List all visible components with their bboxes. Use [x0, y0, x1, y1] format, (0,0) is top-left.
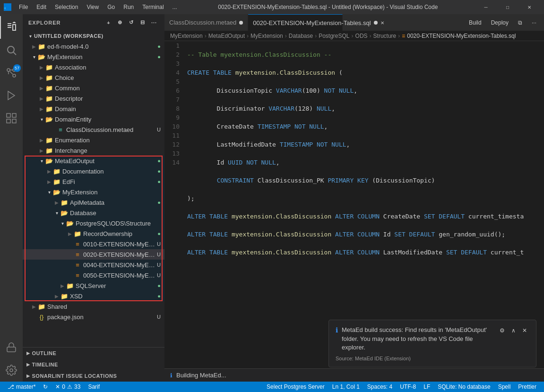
status-position[interactable]: Ln 1, Col 1 [328, 382, 363, 392]
tree-item-recordownership[interactable]: ▶ 📁 RecordOwnership ● [23, 228, 164, 239]
breadcrumb-postgresql[interactable]: PostgreSQL [319, 33, 349, 39]
new-file-button[interactable]: + [104, 18, 113, 27]
status-postgres[interactable]: Select Postgres Server [263, 382, 328, 392]
menu-terminal[interactable]: Terminal [138, 3, 167, 11]
status-branch[interactable]: ⎇ master* [4, 382, 39, 392]
menu-go[interactable]: Go [104, 3, 119, 11]
status-language[interactable]: SQLite: No database [434, 382, 494, 392]
tree-item-file0050[interactable]: ▶ ≡ 0050-EXTENSION-MyExtensio... U [23, 270, 164, 280]
file-sql-icon: ≡ [74, 271, 81, 279]
menu-run[interactable]: Run [120, 3, 138, 11]
breadcrumb-myextension[interactable]: MyExtension [170, 33, 203, 39]
tree-item-descriptor[interactable]: ▶ 📁 Descriptor [23, 93, 164, 104]
status-sync[interactable]: ↻ [39, 382, 52, 392]
activity-run[interactable] [0, 84, 23, 107]
tree-item-classdiscussion[interactable]: ▶ ≡ ClassDiscussion.metaed U [23, 124, 164, 135]
status-errors[interactable]: ✕ 0 ⚠ 33 [52, 382, 84, 392]
tree-label: EdFi [62, 178, 157, 185]
tree-item-metaedoutput[interactable]: ▾ 📂 MetaEdOutput ● [23, 156, 164, 166]
activity-remote[interactable] [0, 336, 23, 359]
maximize-button[interactable]: □ [497, 0, 518, 14]
breadcrumb-metaedoutput[interactable]: MetaEdOutput [208, 33, 245, 39]
tab-close-button[interactable]: ✕ [380, 19, 384, 26]
window-title: 0020-EXTENSION-MyExtension-Tables.sql - … [185, 4, 471, 10]
more-tabs-button[interactable]: ··· [528, 18, 540, 27]
refresh-button[interactable]: ↺ [127, 18, 136, 27]
status-spaces[interactable]: Spaces: 4 [363, 382, 396, 392]
tree-item-packagejson[interactable]: ▶ {} package.json U [23, 312, 164, 322]
tree-item-domainentity[interactable]: ▾ 📂 DomainEntity [23, 114, 164, 124]
breadcrumb-database[interactable]: Database [289, 33, 313, 39]
deploy-button[interactable]: Deploy [487, 18, 512, 27]
tree-item-association[interactable]: ▶ 📁 Association [23, 62, 164, 72]
notification-text: MetaEd build success: Find results in 'M… [342, 326, 493, 352]
status-line-ending[interactable]: LF [420, 382, 434, 392]
menu-file[interactable]: File [15, 3, 32, 11]
building-bar: ℹ Building MetaEd... [164, 368, 544, 382]
status-encoding[interactable]: UTF-8 [396, 382, 420, 392]
tree-item-ed-fi[interactable]: ▶ 📁 ed-fi-model-4.0 ● [23, 41, 164, 52]
menu-selection[interactable]: Selection [51, 3, 82, 11]
tree-item-edfi[interactable]: ▶ 📁 EdFi ● [23, 176, 164, 187]
tree-badge-green: ● [157, 158, 161, 164]
sidebar-bottom-panels: ▶ OUTLINE ▶ TIMELINE ▶ SONARLINT ISSUE L… [23, 347, 164, 382]
tree-item-shared[interactable]: ▶ 📁 Shared [23, 301, 164, 312]
code-editor[interactable]: 12345 678910 11121314 -- Table myextensi… [164, 41, 544, 382]
tree-item-database[interactable]: ▾ 📂 Database [23, 208, 164, 218]
close-button[interactable]: ✕ [518, 0, 540, 14]
collapse-button[interactable]: ⊟ [138, 18, 147, 27]
notification-collapse-button[interactable]: ∧ [509, 326, 518, 335]
chevron-right-icon: ▶ [38, 74, 45, 81]
tree-item-documentation[interactable]: ▶ 📁 Documentation ● [23, 166, 164, 176]
tab-0020[interactable]: 0020-EXTENSION-MyExtension-Tables.sql ✕ [248, 14, 343, 31]
menu-more[interactable]: ... [169, 3, 181, 11]
folder-icon: 📁 [60, 292, 68, 300]
breadcrumb-myextension2[interactable]: MyExtension [250, 33, 283, 39]
breadcrumb-filename[interactable]: ≡0020-EXTENSION-MyExtension-Tables.sql [402, 33, 516, 39]
timeline-section[interactable]: ▶ TIMELINE [23, 359, 164, 370]
outline-section[interactable]: ▶ OUTLINE [23, 348, 164, 359]
svg-rect-10 [12, 113, 16, 117]
build-button[interactable]: Build [465, 18, 485, 27]
split-editor-button[interactable]: ⧉ [514, 18, 526, 27]
tree-item-choice[interactable]: ▶ 📁 Choice [23, 72, 164, 83]
tree-item-interchange[interactable]: ▶ 📁 Interchange [23, 145, 164, 156]
sonarlint-section[interactable]: ▶ SONARLINT ISSUE LOCATIONS [23, 370, 164, 382]
activity-explorer[interactable] [0, 16, 23, 39]
chevron-right-icon: ▶ [38, 105, 45, 113]
tree-item-file0020[interactable]: ▶ ≡ 0020-EXTENSION-MyExtensio... U [23, 249, 164, 260]
status-spell[interactable]: Spell [494, 382, 515, 392]
notification-header: ℹ MetaEd build success: Find results in … [336, 326, 529, 352]
minimize-button[interactable]: ─ [475, 0, 497, 14]
menu-view[interactable]: View [83, 3, 103, 11]
tree-item-common[interactable]: ▶ 📁 Common [23, 83, 164, 93]
new-folder-button[interactable]: ⊕ [115, 18, 125, 27]
more-actions-button[interactable]: ··· [149, 18, 159, 27]
breadcrumb-ods[interactable]: ODS [355, 33, 368, 39]
status-sarif[interactable]: Sarif [84, 382, 104, 392]
tree-item-apimetadata[interactable]: ▶ 📁 ApiMetadata ● [23, 197, 164, 208]
tree-item-myextension2[interactable]: ▾ 📂 MyExtension [23, 187, 164, 197]
tab-classdiscussion[interactable]: ClassDiscussion.metaed [164, 14, 248, 31]
tree-item-enumeration[interactable]: ▶ 📁 Enumeration [23, 135, 164, 145]
notification-close-button[interactable]: ✕ [520, 326, 529, 335]
tree-item-myextension[interactable]: ▾ 📂 MyExtension ● [23, 52, 164, 62]
tree-item-sqlserver[interactable]: ▶ 📁 SQLServer ● [23, 280, 164, 291]
folder-icon: 📁 [45, 63, 53, 71]
folder-icon: 📁 [45, 105, 53, 113]
workspace-root[interactable]: ▾ UNTITLED (WORKSPACE) [23, 31, 164, 41]
activity-search[interactable] [0, 39, 23, 61]
activity-settings[interactable] [0, 359, 23, 382]
breadcrumb-structure[interactable]: Structure [373, 33, 397, 39]
activity-source-control[interactable]: 57 [0, 61, 23, 84]
status-prettier[interactable]: Prettier [514, 382, 540, 392]
tree-item-file0040[interactable]: ▶ ≡ 0040-EXTENSION-MyExtensio... U [23, 260, 164, 270]
tree-item-xsd[interactable]: ▶ 📁 XSD ● [23, 291, 164, 301]
notification-settings-button[interactable]: ⚙ [497, 326, 507, 335]
tree-item-postgresql[interactable]: ▾ 📂 PostgreSQL\ODS\Structure [23, 218, 164, 228]
menu-edit[interactable]: Edit [33, 3, 50, 11]
chevron-down-icon: ▾ [45, 188, 53, 196]
activity-extensions[interactable] [0, 107, 23, 130]
tree-item-file0010[interactable]: ▶ ≡ 0010-EXTENSION-MyExtensio... U [23, 239, 164, 249]
tree-item-domain[interactable]: ▶ 📁 Domain [23, 104, 164, 114]
